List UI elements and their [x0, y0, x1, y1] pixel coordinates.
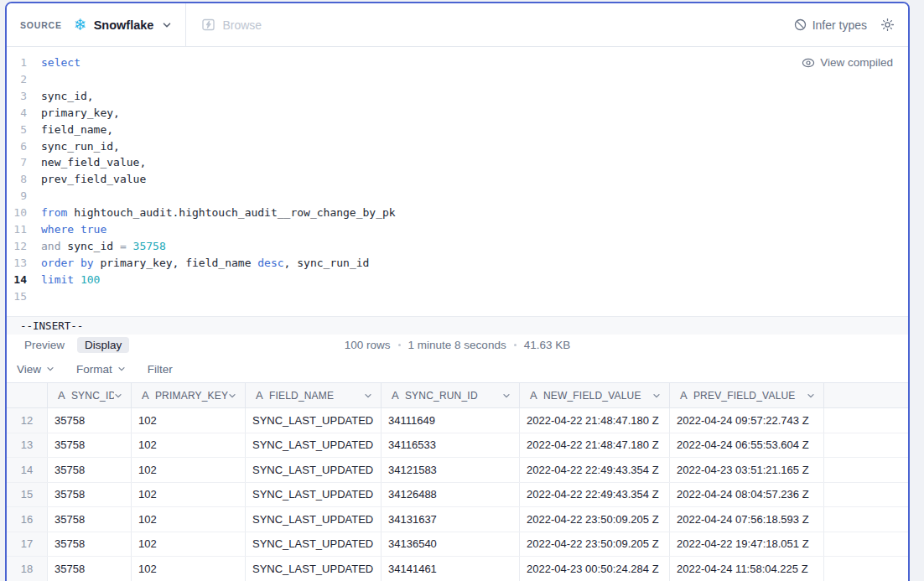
- column-header-field_name[interactable]: AFIELD_NAME: [245, 383, 381, 407]
- cell-sync_id[interactable]: 35758: [47, 557, 131, 581]
- tab-preview[interactable]: Preview: [17, 337, 72, 353]
- cell-sync_id[interactable]: 35758: [47, 433, 131, 458]
- cell-sync_run_id[interactable]: 34111649: [381, 408, 519, 433]
- view-compiled-button[interactable]: View compiled: [802, 54, 893, 71]
- cell-field_name[interactable]: SYNC_LAST_UPDATED: [245, 433, 381, 458]
- cell-sync_run_id[interactable]: 34126488: [381, 483, 519, 507]
- line-number: 2: [7, 71, 27, 88]
- column-header-new_field_value[interactable]: ANEW_FIELD_VALUE: [519, 383, 669, 407]
- browse-button[interactable]: Browse: [201, 18, 262, 32]
- cell-field_name[interactable]: SYNC_LAST_UPDATED: [245, 408, 381, 433]
- column-header-primary_key[interactable]: APRIMARY_KEY: [131, 383, 245, 407]
- cell-primary_key[interactable]: 102: [131, 458, 245, 482]
- chevron-down-icon[interactable]: [364, 392, 372, 400]
- cell-new_field_value[interactable]: 2022-04-22 22:49:43.354 Z: [519, 458, 669, 482]
- cell-primary_key[interactable]: 102: [131, 408, 245, 433]
- editor-line[interactable]: 6sync_run_id,: [7, 138, 908, 155]
- cell-prev_field_value[interactable]: 2022-04-24 07:56:18.593 Z: [669, 507, 823, 532]
- editor-line[interactable]: 4primary_key,: [7, 105, 908, 122]
- infer-types-button[interactable]: Infer types: [794, 18, 867, 32]
- editor-line[interactable]: 1select: [7, 54, 908, 71]
- table-row[interactable]: 1235758102SYNC_LAST_UPDATED341116492022-…: [7, 408, 908, 433]
- line-number: 12: [7, 238, 27, 255]
- editor-line[interactable]: 14limit 100: [7, 272, 908, 288]
- editor-line[interactable]: 7new_field_value,: [7, 154, 908, 171]
- editor-line[interactable]: 3sync_id,: [7, 88, 908, 105]
- cell-prev_field_value[interactable]: 2022-04-24 09:57:22.743 Z: [669, 408, 823, 433]
- cell-sync_id[interactable]: 35758: [47, 532, 131, 557]
- cell-prev_field_value[interactable]: 2022-04-22 19:47:18.051 Z: [669, 532, 823, 557]
- chevron-down-icon[interactable]: [114, 392, 122, 400]
- cell-primary_key[interactable]: 102: [131, 557, 245, 581]
- line-number: 3: [7, 88, 27, 105]
- table-row[interactable]: 1435758102SYNC_LAST_UPDATED341215832022-…: [7, 458, 908, 483]
- cell-field_name[interactable]: SYNC_LAST_UPDATED: [245, 483, 381, 507]
- column-header-prev_field_value[interactable]: APREV_FIELD_VALUE: [669, 383, 823, 407]
- table-row[interactable]: 1835758102SYNC_LAST_UPDATED341414612022-…: [7, 557, 908, 581]
- chevron-down-icon[interactable]: [228, 392, 236, 400]
- editor-line[interactable]: 5field_name,: [7, 122, 908, 138]
- code-token: prev_field_value: [41, 173, 146, 185]
- cell-field_name[interactable]: SYNC_LAST_UPDATED: [245, 557, 381, 581]
- editor-line[interactable]: 9: [7, 188, 908, 205]
- cell-primary_key[interactable]: 102: [131, 483, 245, 507]
- line-number: 5: [7, 122, 27, 138]
- grid-body: 1235758102SYNC_LAST_UPDATED341116492022-…: [7, 408, 908, 581]
- cell-prev_field_value[interactable]: 2022-04-23 03:51:21.165 Z: [669, 458, 823, 482]
- string-type-icon: A: [256, 389, 263, 402]
- cell-sync_id[interactable]: 35758: [47, 483, 131, 507]
- line-number: 13: [7, 255, 27, 272]
- cell-sync_run_id[interactable]: 34121583: [381, 458, 519, 482]
- editor-line[interactable]: 2: [7, 71, 908, 88]
- code-line: sync_id,: [27, 88, 94, 105]
- cell-field_name[interactable]: SYNC_LAST_UPDATED: [245, 532, 381, 557]
- settings-gear-icon[interactable]: [880, 18, 895, 32]
- editor-line[interactable]: 8prev_field_value: [7, 171, 908, 188]
- cell-new_field_value[interactable]: 2022-04-22 23:50:09.205 Z: [519, 507, 669, 532]
- cell-new_field_value[interactable]: 2022-04-22 21:48:47.180 Z: [519, 408, 669, 433]
- source-selector[interactable]: ❄ Snowflake: [74, 17, 173, 33]
- table-row[interactable]: 1535758102SYNC_LAST_UPDATED341264882022-…: [7, 483, 908, 508]
- sql-editor[interactable]: View compiled 1select2 3sync_id,4primary…: [7, 47, 908, 316]
- cell-prev_field_value[interactable]: 2022-04-24 11:58:04.225 Z: [669, 557, 823, 581]
- string-type-icon: A: [142, 389, 149, 402]
- cell-new_field_value[interactable]: 2022-04-22 23:50:09.205 Z: [519, 532, 669, 557]
- editor-line[interactable]: 13order by primary_key, field_name desc,…: [7, 255, 908, 272]
- editor-line[interactable]: 11where true: [7, 221, 908, 238]
- chevron-down-icon[interactable]: [807, 392, 815, 400]
- cell-field_name[interactable]: SYNC_LAST_UPDATED: [245, 458, 381, 482]
- editor-line[interactable]: 12and sync_id = 35758: [7, 238, 908, 255]
- cell-sync_run_id[interactable]: 34136540: [381, 532, 519, 557]
- cell-filler: [823, 557, 908, 581]
- cell-new_field_value[interactable]: 2022-04-22 21:48:47.180 Z: [519, 433, 669, 458]
- cell-field_name[interactable]: SYNC_LAST_UPDATED: [245, 507, 381, 532]
- row-number: 17: [7, 532, 47, 557]
- column-header-sync_run_id[interactable]: ASYNC_RUN_ID: [381, 383, 519, 407]
- tab-display[interactable]: Display: [77, 337, 129, 353]
- editor-line[interactable]: 15: [7, 288, 908, 305]
- toolbar-view-button[interactable]: View: [17, 363, 55, 376]
- cell-primary_key[interactable]: 102: [131, 532, 245, 557]
- cell-sync_run_id[interactable]: 34116533: [381, 433, 519, 458]
- chevron-down-icon[interactable]: [502, 392, 511, 400]
- cell-prev_field_value[interactable]: 2022-04-24 06:55:53.604 Z: [669, 433, 823, 458]
- table-row[interactable]: 1335758102SYNC_LAST_UPDATED341165332022-…: [7, 433, 908, 459]
- cell-sync_id[interactable]: 35758: [47, 507, 131, 532]
- cell-sync_id[interactable]: 35758: [47, 458, 131, 482]
- cell-prev_field_value[interactable]: 2022-04-24 08:04:57.236 Z: [669, 483, 823, 507]
- cell-primary_key[interactable]: 102: [131, 433, 245, 458]
- editor-line[interactable]: 10from hightouch_audit.hightouch_audit__…: [7, 205, 908, 221]
- table-row[interactable]: 1735758102SYNC_LAST_UPDATED341365402022-…: [7, 532, 908, 558]
- toolbar-filter-button[interactable]: Filter: [148, 363, 173, 376]
- cell-sync_run_id[interactable]: 34141461: [381, 557, 519, 581]
- table-row[interactable]: 1635758102SYNC_LAST_UPDATED341316372022-…: [7, 507, 908, 532]
- toolbar-format-button[interactable]: Format: [76, 363, 126, 376]
- cell-primary_key[interactable]: 102: [131, 507, 245, 532]
- cell-sync_run_id[interactable]: 34131637: [381, 507, 519, 532]
- cell-new_field_value[interactable]: 2022-04-22 22:49:43.354 Z: [519, 483, 669, 507]
- column-header-sync_id[interactable]: ASYNC_ID: [47, 383, 131, 407]
- cell-sync_id[interactable]: 35758: [47, 408, 131, 433]
- column-name: PREV_FIELD_VALUE: [693, 390, 796, 402]
- cell-new_field_value[interactable]: 2022-04-23 00:50:24.284 Z: [519, 557, 669, 581]
- chevron-down-icon[interactable]: [652, 392, 661, 400]
